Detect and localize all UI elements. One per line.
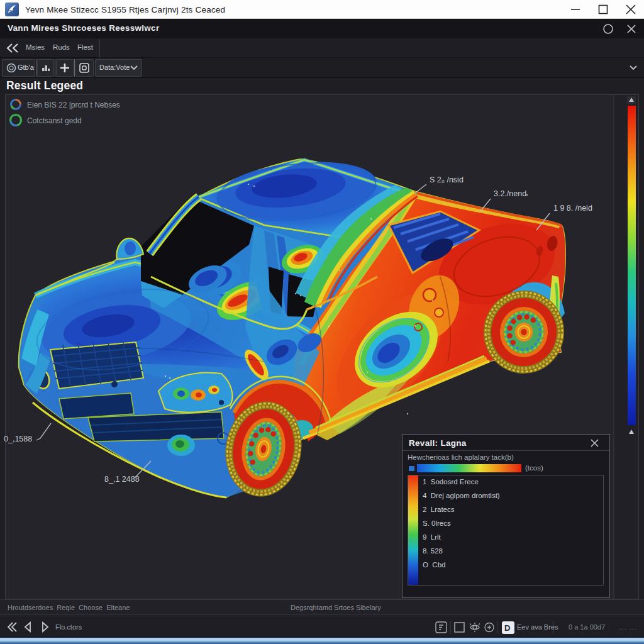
svg-text:S 2₀ /nsid: S 2₀ /nsid — [430, 175, 464, 184]
svg-text:3.2./nend: 3.2./nend — [494, 189, 526, 198]
svg-text:1 9 8. /neid: 1 9 8. /neid — [553, 204, 592, 213]
svg-text:D: D — [504, 623, 510, 633]
svg-text:0_,1588: 0_,1588 — [4, 435, 32, 443]
svg-text:8_,1 2488: 8_,1 2488 — [104, 475, 140, 484]
